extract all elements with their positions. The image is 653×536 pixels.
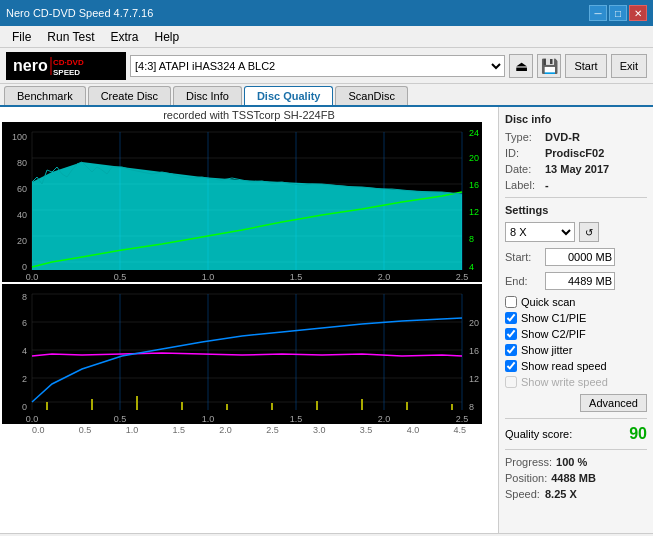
svg-text:20: 20 (469, 318, 479, 328)
tab-benchmark[interactable]: Benchmark (4, 86, 86, 105)
disc-label-label: Label: (505, 179, 541, 191)
tabs-bar: Benchmark Create Disc Disc Info Disc Qua… (0, 84, 653, 107)
tab-disc-info[interactable]: Disc Info (173, 86, 242, 105)
disc-info-title: Disc info (505, 113, 647, 125)
refresh-button[interactable]: ↺ (579, 222, 599, 242)
minimize-button[interactable]: ─ (589, 5, 607, 21)
speed-info-row: Speed: 8.25 X (505, 488, 647, 500)
svg-text:1.5: 1.5 (290, 272, 303, 282)
quick-scan-label[interactable]: Quick scan (521, 296, 575, 308)
svg-text:60: 60 (17, 184, 27, 194)
position-value: 4488 MB (551, 472, 596, 484)
maximize-button[interactable]: □ (609, 5, 627, 21)
advanced-button[interactable]: Advanced (580, 394, 647, 412)
menu-run-test[interactable]: Run Test (39, 28, 102, 46)
close-button[interactable]: ✕ (629, 5, 647, 21)
progress-value: 100 % (556, 456, 587, 468)
disc-type-row: Type: DVD-R (505, 131, 647, 143)
eject-button[interactable]: ⏏ (509, 54, 533, 78)
show-c1pie-checkbox[interactable] (505, 312, 517, 324)
show-read-speed-label[interactable]: Show read speed (521, 360, 607, 372)
divider-1 (505, 197, 647, 198)
position-label: Position: (505, 472, 547, 484)
svg-text:4: 4 (22, 346, 27, 356)
show-jitter-label[interactable]: Show jitter (521, 344, 572, 356)
show-jitter-checkbox[interactable] (505, 344, 517, 356)
svg-text:40: 40 (17, 210, 27, 220)
svg-text:4: 4 (469, 262, 474, 272)
svg-text:2.5: 2.5 (456, 414, 469, 424)
disc-id-value: ProdiscF02 (545, 147, 604, 159)
disc-date-row: Date: 13 May 2017 (505, 163, 647, 175)
svg-text:6: 6 (22, 318, 27, 328)
menu-file[interactable]: File (4, 28, 39, 46)
show-c2pif-label[interactable]: Show C2/PIF (521, 328, 586, 340)
menu-extra[interactable]: Extra (102, 28, 146, 46)
end-input[interactable] (545, 272, 615, 290)
position-row: Position: 4488 MB (505, 472, 647, 484)
quick-scan-row: Quick scan (505, 296, 647, 308)
svg-text:0.5: 0.5 (114, 414, 127, 424)
svg-text:2.0: 2.0 (378, 414, 391, 424)
nero-logo: nero CD·DVD SPEED (6, 52, 126, 80)
quick-scan-checkbox[interactable] (505, 296, 517, 308)
disc-id-row: ID: ProdiscF02 (505, 147, 647, 159)
svg-text:0.0: 0.0 (26, 272, 39, 282)
drive-selector[interactable]: [4:3] ATAPI iHAS324 A BLC2 (130, 55, 505, 77)
svg-text:nero: nero (13, 57, 48, 74)
right-panel: Disc info Type: DVD-R ID: ProdiscF02 Dat… (498, 107, 653, 533)
show-read-speed-checkbox[interactable] (505, 360, 517, 372)
start-row: Start: (505, 248, 647, 266)
exit-button[interactable]: Exit (611, 54, 647, 78)
speed-selector[interactable]: 8 X Max 2 X 4 X 16 X (505, 222, 575, 242)
svg-text:SPEED: SPEED (53, 68, 80, 77)
chart-title: recorded with TSSTcorp SH-224FB (2, 109, 496, 121)
svg-text:2.0: 2.0 (378, 272, 391, 282)
show-read-speed-row: Show read speed (505, 360, 647, 372)
title-bar: Nero CD-DVD Speed 4.7.7.16 ─ □ ✕ (0, 0, 653, 26)
svg-text:20: 20 (469, 153, 479, 163)
quality-score-row: Quality score: 90 (505, 425, 647, 443)
divider-3 (505, 449, 647, 450)
end-row: End: (505, 272, 647, 290)
svg-text:CD·DVD: CD·DVD (53, 58, 84, 67)
disc-type-value: DVD-R (545, 131, 580, 143)
start-button[interactable]: Start (565, 54, 606, 78)
menu-help[interactable]: Help (147, 28, 188, 46)
quality-score-value: 90 (629, 425, 647, 443)
disc-date-value: 13 May 2017 (545, 163, 609, 175)
tab-create-disc[interactable]: Create Disc (88, 86, 171, 105)
quality-score-label: Quality score: (505, 428, 572, 440)
svg-text:0: 0 (22, 262, 27, 272)
tab-scan-disc[interactable]: ScanDisc (335, 86, 407, 105)
progress-label: Progress: (505, 456, 552, 468)
svg-text:1.5: 1.5 (290, 414, 303, 424)
start-input[interactable] (545, 248, 615, 266)
disc-type-label: Type: (505, 131, 541, 143)
svg-text:8: 8 (469, 402, 474, 412)
speed-row: 8 X Max 2 X 4 X 16 X ↺ (505, 222, 647, 242)
end-label: End: (505, 275, 541, 287)
charts-area: recorded with TSSTcorp SH-224FB 0 20 40 … (0, 107, 498, 533)
x-axis-labels: 0.00.51.01.52.02.53.03.54.04.5 (2, 425, 496, 435)
disc-label-value: - (545, 179, 549, 191)
show-write-speed-checkbox[interactable] (505, 376, 517, 388)
disc-label-row: Label: - (505, 179, 647, 191)
disc-date-label: Date: (505, 163, 541, 175)
show-jitter-row: Show jitter (505, 344, 647, 356)
app-title: Nero CD-DVD Speed 4.7.7.16 (6, 7, 153, 19)
show-c1pie-label[interactable]: Show C1/PIE (521, 312, 586, 324)
svg-text:16: 16 (469, 346, 479, 356)
main-content: recorded with TSSTcorp SH-224FB 0 20 40 … (0, 107, 653, 533)
tab-disc-quality[interactable]: Disc Quality (244, 86, 334, 105)
disc-id-label: ID: (505, 147, 541, 159)
speed-info-value: 8.25 X (545, 488, 577, 500)
show-c2pif-checkbox[interactable] (505, 328, 517, 340)
svg-text:0.5: 0.5 (114, 272, 127, 282)
save-button[interactable]: 💾 (537, 54, 561, 78)
show-write-speed-label: Show write speed (521, 376, 608, 388)
svg-text:2.5: 2.5 (456, 272, 469, 282)
svg-text:1.0: 1.0 (202, 414, 215, 424)
svg-text:0: 0 (22, 402, 27, 412)
svg-text:2: 2 (22, 374, 27, 384)
